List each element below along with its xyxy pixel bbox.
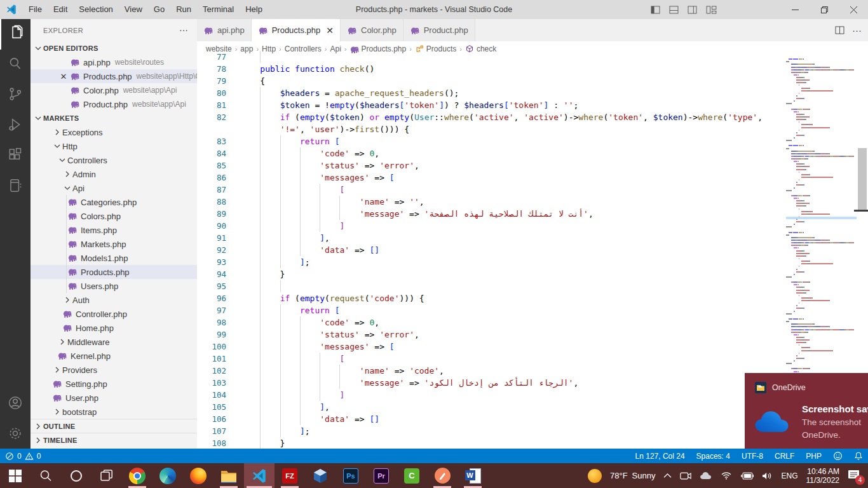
taskbar-vscode[interactable] — [244, 463, 275, 488]
tree-item-models1-php[interactable]: Models1.php — [31, 251, 198, 265]
close-window-button[interactable] — [839, 0, 868, 19]
taskbar-search[interactable] — [31, 463, 61, 488]
problems-status[interactable]: 0 0 — [5, 452, 41, 461]
onedrive-notification[interactable]: OneDrive Screenshot save The screenshot … — [745, 373, 868, 449]
weather-sun-icon[interactable] — [588, 469, 602, 483]
taskbar-start[interactable] — [0, 463, 31, 488]
tree-item-home-php[interactable]: Home.php — [31, 321, 198, 335]
open-editor-Color.php[interactable]: Color.phpwebsite\app\Api — [31, 83, 198, 97]
taskbar-task-view[interactable] — [92, 463, 122, 488]
volume-icon[interactable] — [762, 471, 773, 480]
menu-selection[interactable]: Selection — [73, 0, 118, 19]
activity-explorer[interactable] — [0, 19, 32, 50]
taskbar-chrome[interactable] — [122, 463, 153, 488]
meet-now-icon[interactable] — [680, 471, 691, 480]
open-editor-Product.php[interactable]: Product.phpwebsite\app\Api — [31, 97, 198, 111]
section-timeline[interactable]: TIMELINE — [31, 433, 197, 447]
tree-item-products-php[interactable]: Products.php — [31, 265, 198, 279]
tree-item-api[interactable]: Api — [31, 181, 198, 195]
activity-accounts[interactable] — [0, 389, 31, 419]
menu-terminal[interactable]: Terminal — [197, 0, 240, 19]
menu-go[interactable]: Go — [148, 0, 170, 19]
minimize-button[interactable] — [780, 0, 810, 19]
menu-edit[interactable]: Edit — [48, 0, 73, 19]
close-tab-icon[interactable]: ✕ — [326, 25, 334, 36]
taskbar-lightshot[interactable] — [427, 463, 458, 488]
tree-item-providers[interactable]: Providers — [31, 363, 198, 377]
notifications-bell-icon[interactable] — [854, 451, 863, 461]
tree-item-users-php[interactable]: Users.php — [31, 279, 198, 293]
tree-item-middleware[interactable]: Middleware — [31, 335, 198, 349]
taskbar-word[interactable]: W — [458, 463, 488, 488]
section-outline[interactable]: OUTLINE — [31, 419, 197, 433]
restore-button[interactable] — [810, 0, 839, 19]
menu-file[interactable]: File — [23, 0, 48, 19]
section-open-editors[interactable]: OPEN EDITORS — [31, 41, 197, 55]
customize-layout-icon[interactable] — [706, 6, 717, 14]
tree-item-exceptions[interactable]: Exceptions — [31, 125, 198, 139]
close-editor-icon[interactable]: ✕ — [58, 72, 69, 81]
tab-api-php[interactable]: api.php — [197, 19, 252, 41]
action-center-button[interactable]: 4 — [848, 470, 862, 482]
tree-item-kernel-php[interactable]: Kernel.php — [31, 349, 198, 363]
open-editor-api.php[interactable]: api.phpwebsite\routes — [31, 55, 198, 69]
eol-sequence[interactable]: CRLF — [775, 452, 794, 461]
taskbar-firefox[interactable] — [183, 463, 214, 488]
split-editor-icon[interactable] — [835, 26, 844, 34]
activity-run-debug[interactable] — [0, 111, 31, 141]
taskbar-camtasia[interactable]: C — [397, 463, 427, 488]
tree-item-http[interactable]: Http — [31, 139, 198, 153]
keyboard-language[interactable]: ENG — [781, 471, 797, 480]
taskbar-file-explorer[interactable] — [214, 463, 244, 488]
indentation[interactable]: Spaces: 4 — [696, 452, 730, 461]
taskbar-cortana[interactable] — [61, 463, 92, 488]
open-editor-Products.php[interactable]: ✕Products.phpwebsite\app\Http\C... — [31, 69, 198, 83]
activity-search[interactable] — [0, 50, 31, 80]
weather-condition[interactable]: Sunny — [632, 471, 656, 480]
tree-item-user-php[interactable]: User.php — [31, 391, 198, 405]
activity-remote-book[interactable] — [0, 172, 31, 202]
tree-item-markets-php[interactable]: Markets.php — [31, 237, 198, 251]
tree-item-controller-php[interactable]: Controller.php — [31, 307, 198, 321]
tree-item-setting-php[interactable]: Setting.php — [31, 377, 198, 391]
weather-temp[interactable]: 78°F — [610, 471, 628, 480]
taskbar-filezilla[interactable]: FZ — [275, 463, 305, 488]
tree-item-colors-php[interactable]: Colors.php — [31, 209, 198, 223]
menu-run[interactable]: Run — [170, 0, 197, 19]
tree-item-items-php[interactable]: Items.php — [31, 223, 198, 237]
cursor-position[interactable]: Ln 127, Col 24 — [635, 452, 685, 461]
editor-more-actions-icon[interactable]: ··· — [852, 25, 862, 36]
tree-item-bootstrap[interactable]: bootstrap — [31, 405, 198, 419]
toggle-panel-icon[interactable] — [669, 6, 679, 14]
language-mode[interactable]: PHP — [806, 452, 822, 461]
menu-help[interactable]: Help — [240, 0, 268, 19]
tray-overflow-chevron-icon[interactable] — [663, 473, 672, 478]
activity-settings[interactable] — [0, 419, 31, 450]
tab-color-php[interactable]: Color.php — [341, 19, 403, 41]
tab-products-php[interactable]: Products.php✕ — [252, 19, 341, 41]
encoding[interactable]: UTF-8 — [742, 452, 763, 461]
onedrive-tray-icon[interactable] — [700, 471, 712, 480]
feedback-smiley-icon[interactable] — [833, 451, 843, 461]
toggle-secondary-sidebar-icon[interactable] — [688, 6, 697, 14]
toggle-sidebar-icon[interactable] — [651, 6, 660, 14]
section-folder-markets[interactable]: MARKETS — [31, 111, 197, 125]
taskbar-virtualbox[interactable] — [305, 463, 336, 488]
vertical-scrollbar[interactable] — [858, 148, 867, 210]
taskbar-edge[interactable] — [153, 463, 183, 488]
taskbar-premiere[interactable]: Pr — [366, 463, 397, 488]
taskbar-photoshop[interactable]: Ps — [336, 463, 366, 488]
activity-source-control[interactable] — [0, 80, 31, 111]
activity-extensions[interactable] — [0, 141, 31, 172]
tree-item-admin[interactable]: Admin — [31, 167, 198, 181]
tree-item-auth[interactable]: Auth — [31, 293, 198, 307]
taskbar-clock[interactable]: 10:46 AM 11/3/2022 — [806, 467, 840, 485]
tree-item-categories-php[interactable]: Categories.php — [31, 195, 198, 209]
battery-icon[interactable] — [740, 472, 754, 480]
menu-view[interactable]: View — [119, 0, 148, 19]
explorer-more-actions-icon[interactable]: ··· — [179, 19, 188, 41]
code-area[interactable]: 7778 public function check()79 {80 $head… — [197, 51, 786, 449]
tree-item-controllers[interactable]: Controllers — [31, 153, 198, 167]
wifi-icon[interactable] — [721, 471, 732, 480]
tab-product-php[interactable]: Product.php — [403, 19, 475, 41]
